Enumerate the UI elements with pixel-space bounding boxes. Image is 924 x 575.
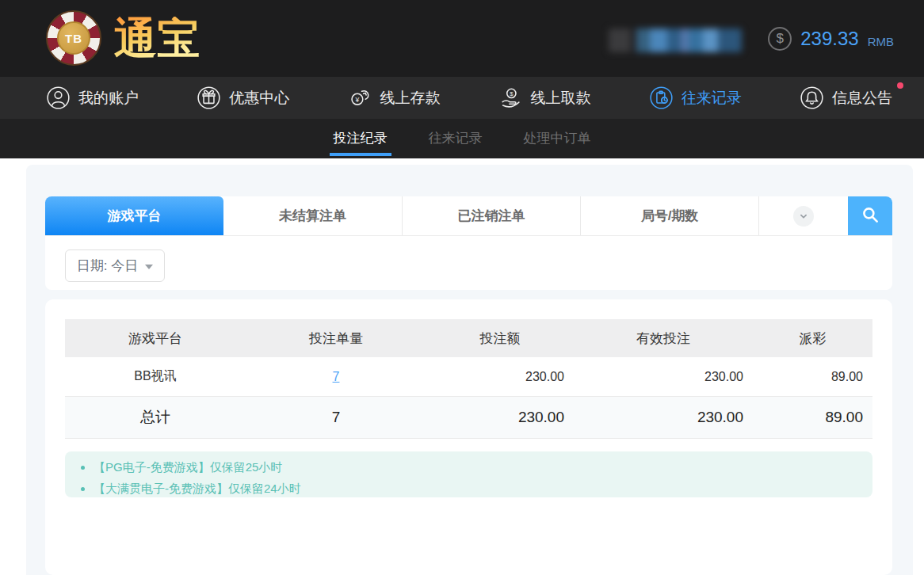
col-header-bet-count: 投注单量 xyxy=(246,329,426,348)
total-payout: 89.00 xyxy=(753,409,872,426)
page: TB 通宝 $ 239.33 RMB 我的账户 xyxy=(0,0,924,575)
total-bet-count: 7 xyxy=(246,409,426,426)
bullet-icon xyxy=(81,487,85,491)
user-icon xyxy=(46,86,71,110)
bell-icon xyxy=(800,86,824,110)
brand-name: 通宝 xyxy=(114,17,200,59)
balance-currency: RMB xyxy=(868,30,894,48)
subnav-tab-transaction-records[interactable]: 往来记录 xyxy=(426,119,485,158)
nav-item-announcements[interactable]: 信息公告 xyxy=(800,86,892,110)
brand-logo[interactable]: TB 通宝 xyxy=(46,10,200,66)
cell-platform: BB视讯 xyxy=(65,368,246,385)
table-header-row: 游戏平台 投注单量 投注额 有效投注 派彩 xyxy=(65,319,872,357)
nav-item-label: 信息公告 xyxy=(832,88,892,109)
notice-text: 【PG电子-免费游戏】仅保留25小时 xyxy=(94,460,282,475)
masked-username[interactable] xyxy=(609,29,742,52)
withdraw-hand-icon: $ xyxy=(498,86,523,110)
poker-chip-logo-icon: TB xyxy=(46,10,101,66)
results-panel: 游戏平台 投注单量 投注额 有效投注 派彩 BB视讯 7 230.00 230.… xyxy=(45,299,892,575)
nav-item-promotions[interactable]: 优惠中心 xyxy=(197,86,289,110)
date-filter[interactable]: 日期: 今日 xyxy=(65,249,165,282)
search-panel: 游戏平台 未结算注单 已注销注单 局号/期数 xyxy=(45,196,892,290)
search-tabs: 游戏平台 未结算注单 已注销注单 局号/期数 xyxy=(45,196,892,236)
total-label: 总计 xyxy=(65,407,246,428)
svg-text:¥: ¥ xyxy=(355,96,360,104)
cell-payout: 89.00 xyxy=(753,370,872,384)
col-header-bet-amount: 投注额 xyxy=(426,329,574,348)
notice-box: 【PG电子-免费游戏】仅保留25小时 【大满贯电子-免费游戏】仅保留24小时 xyxy=(65,451,872,497)
tab-game-platform[interactable]: 游戏平台 xyxy=(45,196,223,235)
subnav-tab-label: 往来记录 xyxy=(429,131,483,146)
table-total-row: 总计 7 230.00 230.00 89.00 xyxy=(65,397,872,439)
filter-dropdown[interactable] xyxy=(758,196,848,235)
subnav-tab-label: 处理中订单 xyxy=(524,131,591,146)
notice-line: 【大满贯电子-免费游戏】仅保留24小时 xyxy=(65,482,872,497)
nav-item-label: 我的账户 xyxy=(78,88,139,109)
date-filter-label: 日期: 今日 xyxy=(77,257,138,275)
top-header: TB 通宝 $ 239.33 RMB xyxy=(0,0,924,77)
chevron-down-icon xyxy=(793,206,814,227)
nav-item-transaction-records[interactable]: 往来记录 xyxy=(649,86,742,110)
col-header-valid-bet: 有效投注 xyxy=(574,329,753,348)
notice-text: 【大满贯电子-免费游戏】仅保留24小时 xyxy=(94,482,301,497)
tab-unsettled-bets[interactable]: 未结算注单 xyxy=(223,196,402,235)
balance-amount: 239.33 xyxy=(800,28,858,50)
notification-dot xyxy=(897,82,903,89)
col-header-platform: 游戏平台 xyxy=(65,329,246,348)
nav-item-label: 线上存款 xyxy=(380,88,440,109)
nav-item-label: 线上取款 xyxy=(531,88,591,109)
results-table: 游戏平台 投注单量 投注额 有效投注 派彩 BB视讯 7 230.00 230.… xyxy=(65,319,872,439)
subnav-tab-processing-orders[interactable]: 处理中订单 xyxy=(521,119,594,158)
subnav-tab-label: 投注纪录 xyxy=(334,131,388,146)
nav-item-online-withdrawal[interactable]: $ 线上取款 xyxy=(498,86,591,110)
nav-item-label: 往来记录 xyxy=(682,88,742,109)
dollar-icon: $ xyxy=(768,27,792,51)
notice-line: 【PG电子-免费游戏】仅保留25小时 xyxy=(65,460,872,475)
total-bet-amount: 230.00 xyxy=(426,409,574,426)
bet-count-link[interactable]: 7 xyxy=(333,370,340,383)
gift-icon xyxy=(197,86,221,110)
active-tab-underline xyxy=(330,153,391,156)
deposit-coin-icon: ¥ xyxy=(347,86,372,110)
total-valid-bet: 230.00 xyxy=(574,409,753,426)
nav-item-online-deposit[interactable]: ¥ 线上存款 xyxy=(347,86,440,110)
search-button[interactable] xyxy=(848,196,892,235)
search-icon xyxy=(860,204,880,227)
tab-cancelled-bets[interactable]: 已注销注单 xyxy=(402,196,580,235)
sub-nav: 投注纪录 往来记录 处理中订单 xyxy=(0,119,924,158)
col-header-payout: 派彩 xyxy=(753,329,872,348)
bullet-icon xyxy=(81,466,85,470)
cell-valid-bet: 230.00 xyxy=(574,370,753,384)
cell-bet-amount: 230.00 xyxy=(426,370,574,384)
nav-item-my-account[interactable]: 我的账户 xyxy=(46,86,139,110)
chip-tb-monogram: TB xyxy=(57,21,90,55)
svg-text:$: $ xyxy=(510,90,514,97)
caret-down-icon xyxy=(145,265,153,269)
nav-item-label: 优惠中心 xyxy=(229,88,289,109)
subnav-tab-betting-records[interactable]: 投注纪录 xyxy=(331,119,390,158)
balance[interactable]: $ 239.33 RMB xyxy=(768,27,894,51)
tab-round-number[interactable]: 局号/期数 xyxy=(580,196,758,235)
transfer-records-icon xyxy=(649,86,674,110)
table-row: BB视讯 7 230.00 230.00 89.00 xyxy=(65,357,872,397)
main-nav: 我的账户 优惠中心 ¥ 线上存 xyxy=(0,77,924,119)
